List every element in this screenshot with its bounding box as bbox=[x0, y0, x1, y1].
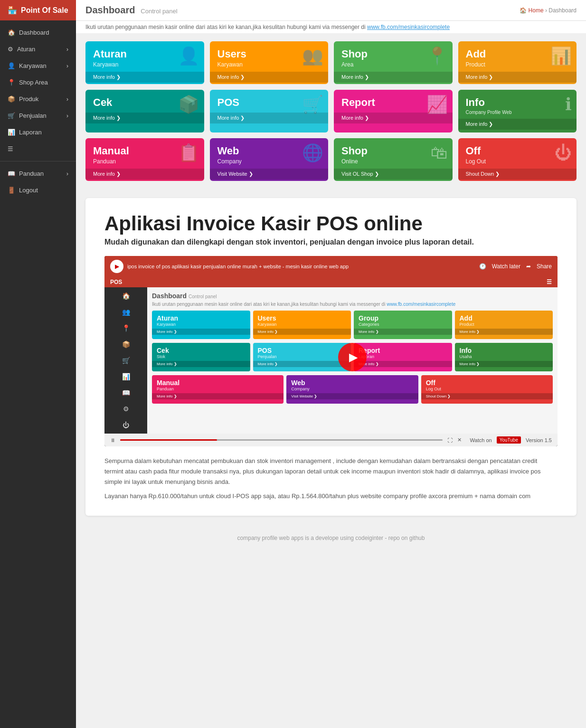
card-off-footer[interactable]: Shout Down ❯ bbox=[458, 169, 577, 180]
card-shop-footer[interactable]: More info ❯ bbox=[334, 72, 453, 83]
karyawan-icon: 👤 bbox=[8, 62, 15, 69]
mini-card-users: Users Karyawan More info ❯ bbox=[253, 311, 351, 339]
promo-section: Aplikasi Invoice Kasir POS online Mudah … bbox=[85, 198, 577, 516]
dashboard-icon: 🏠 bbox=[8, 29, 15, 36]
close-icon-video[interactable]: ✕ bbox=[457, 437, 462, 443]
sidebar-item-laporan[interactable]: 📊 Laporan bbox=[0, 124, 76, 141]
mini-pos-footer: More info ❯ bbox=[253, 361, 351, 367]
promo-subtitle: Mudah digunakan dan dilengkapi dengan st… bbox=[104, 238, 558, 246]
card-users-icon: 👥 bbox=[302, 46, 323, 66]
mini-aturan-sub: Karyawan bbox=[157, 322, 246, 327]
page-footer: company profile web apps is a develope u… bbox=[76, 525, 586, 551]
page-subtitle: Control panel bbox=[141, 8, 177, 15]
mini-group-title: Group bbox=[359, 314, 447, 322]
mini-manual-footer: More info ❯ bbox=[152, 393, 284, 399]
card-cek-icon: 📦 bbox=[178, 95, 199, 114]
video-topbar: ▶ ipos invoice of pos aplikasi kasir pen… bbox=[104, 256, 558, 277]
watch-later[interactable]: Watch later bbox=[492, 263, 520, 270]
mini-web-footer: Visit Website ❯ bbox=[286, 393, 418, 399]
info-bar: Ikuti urutan penggunaan mesin kasir onli… bbox=[76, 21, 586, 34]
card-info-title: Info bbox=[466, 96, 569, 109]
sidebar-item-logout[interactable]: 🚪 Logout bbox=[0, 182, 76, 199]
card-shop-online-footer[interactable]: Visit OL Shop ❯ bbox=[334, 169, 453, 180]
mini-cek-sub: Stok bbox=[157, 354, 246, 359]
mini-off-footer: Shout Down ❯ bbox=[421, 393, 553, 399]
info-text-content: Ikuti urutan penggunaan mesin kasir onli… bbox=[85, 24, 366, 30]
card-info-footer[interactable]: More info ❯ bbox=[458, 119, 577, 130]
mini-aturan-title: Aturan bbox=[157, 314, 246, 322]
brand-name: Point Of Sale bbox=[21, 6, 68, 15]
footer-text: company profile web apps is a develope u… bbox=[237, 535, 425, 541]
mini-info-sub: Usaha bbox=[460, 354, 548, 359]
card-shop-online-title: Shop bbox=[341, 145, 445, 157]
video-play-area: Cek Stok More info ❯ POS Penjualan More … bbox=[152, 343, 553, 371]
card-add-icon: 📊 bbox=[550, 46, 572, 66]
logout-icon: 🚪 bbox=[8, 187, 15, 194]
card-report[interactable]: Report 📈 More info ❯ bbox=[334, 90, 453, 132]
sidebar-item-dashboard[interactable]: 🏠 Dashboard bbox=[0, 24, 76, 41]
card-aturan[interactable]: Aturan Karyawan 👤 More info ❯ bbox=[85, 41, 204, 84]
card-add[interactable]: Add Product 📊 More info ❯ bbox=[458, 41, 577, 84]
pos-label: POS bbox=[110, 279, 122, 285]
sidebar-divider bbox=[0, 161, 76, 161]
card-pos[interactable]: POS 🛒 More info ❯ bbox=[210, 90, 329, 132]
main-content: Dashboard Control panel 🏠 Home › Dashboa… bbox=[76, 0, 586, 728]
mini-card-web: Web Company Visit Website ❯ bbox=[286, 375, 418, 404]
card-shop-online-icon: 🛍 bbox=[431, 143, 448, 163]
sidebar-item-produk[interactable]: 📦 Produk › bbox=[0, 91, 76, 107]
sidebar-item-shop-area[interactable]: 📍 Shop Area bbox=[0, 74, 76, 91]
card-info[interactable]: Info Company Profile Web ℹ More info ❯ bbox=[458, 90, 577, 132]
breadcrumb-home[interactable]: Home bbox=[529, 7, 544, 14]
youtube-logo[interactable]: YouTube bbox=[497, 436, 521, 444]
chevron-right-icon4: › bbox=[66, 112, 68, 119]
mini-info-title: Info bbox=[460, 347, 548, 354]
chevron-right-icon: › bbox=[66, 46, 68, 53]
card-add-footer[interactable]: More info ❯ bbox=[458, 72, 577, 83]
card-shop-online[interactable]: Shop Online 🛍 Visit OL Shop ❯ bbox=[334, 138, 453, 181]
card-manual-footer[interactable]: More info ❯ bbox=[85, 169, 204, 180]
mini-card-off: Off Log Out Shout Down ❯ bbox=[421, 375, 553, 404]
card-info-subtitle: Company Profile Web bbox=[466, 110, 569, 115]
card-users[interactable]: Users Karyawan 👥 More info ❯ bbox=[210, 41, 329, 84]
play-button[interactable] bbox=[338, 343, 367, 371]
card-web-footer[interactable]: Visit Website ❯ bbox=[210, 169, 329, 180]
mini-off-title: Off bbox=[426, 379, 548, 387]
inner-cart-icon: 🛒 bbox=[122, 357, 130, 364]
card-off[interactable]: Off Log Out ⏻ Shout Down ❯ bbox=[458, 138, 577, 181]
card-users-footer[interactable]: More info ❯ bbox=[210, 72, 329, 83]
share-label[interactable]: Share bbox=[537, 263, 552, 270]
info-link[interactable]: www.fb.com/mesinkasircomplete bbox=[367, 24, 450, 30]
clock-icon: 🕐 bbox=[479, 263, 486, 270]
card-manual[interactable]: Manual Panduan 📋 More info ❯ bbox=[85, 138, 204, 181]
topbar: Dashboard Control panel 🏠 Home › Dashboa… bbox=[76, 0, 586, 21]
channel-avatar: ▶ bbox=[110, 260, 123, 273]
card-aturan-footer[interactable]: More info ❯ bbox=[85, 72, 204, 83]
panduan-icon: 📖 bbox=[8, 170, 15, 177]
sidebar-item-panduan[interactable]: 📖 Panduan › bbox=[0, 165, 76, 182]
aturan-icon: ⚙ bbox=[8, 46, 13, 53]
produk-icon: 📦 bbox=[8, 95, 15, 103]
mini-card-info: Info Usaha More info ❯ bbox=[455, 343, 553, 371]
mini-card-cek: Cek Stok More info ❯ bbox=[152, 343, 250, 371]
video-container[interactable]: ▶ ipos invoice of pos aplikasi kasir pen… bbox=[104, 256, 558, 446]
expand-icon[interactable]: ⛶ bbox=[447, 437, 453, 443]
card-pos-icon: 🛒 bbox=[302, 95, 323, 114]
dashboard-section: Aturan Karyawan 👤 More info ❯ Users Kary… bbox=[76, 34, 586, 189]
card-info-icon: ℹ bbox=[565, 95, 572, 114]
mini-card-manual: Manual Panduan More info ❯ bbox=[152, 375, 284, 404]
sidebar-item-karyawan[interactable]: 👤 Karyawan › bbox=[0, 57, 76, 74]
inner-grid-3: Manual Panduan More info ❯ Web Company V… bbox=[152, 375, 553, 404]
card-web-icon: 🌐 bbox=[302, 143, 323, 163]
mini-off-sub: Log Out bbox=[426, 387, 548, 391]
pause-icon[interactable]: ⏸ bbox=[110, 437, 115, 443]
mini-pos-sub: Penjualan bbox=[258, 354, 347, 359]
sidebar-item-filter[interactable]: ☰ bbox=[0, 141, 76, 157]
card-cek[interactable]: Cek 📦 More info ❯ bbox=[85, 90, 204, 132]
card-shop[interactable]: Shop Area 📍 More info ❯ bbox=[334, 41, 453, 84]
progress-bar bbox=[120, 439, 443, 441]
card-aturan-icon: 👤 bbox=[178, 46, 199, 66]
card-web[interactable]: Web Company 🌐 Visit Website ❯ bbox=[210, 138, 329, 181]
sidebar-item-aturan[interactable]: ⚙ Aturan › bbox=[0, 41, 76, 57]
sidebar-item-penjualan[interactable]: 🛒 Penjualan › bbox=[0, 107, 76, 124]
brand-header: 🏪 Point Of Sale bbox=[0, 0, 76, 20]
